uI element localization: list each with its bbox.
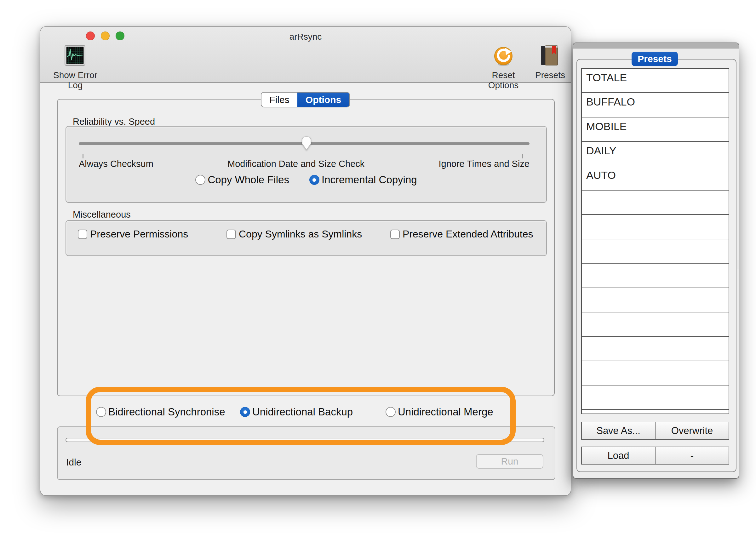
radio-circle[interactable] [386,407,396,417]
preset-row[interactable] [582,410,729,414]
title-bar: arRsync Show Error Log [40,27,571,83]
checkbox-label: Copy Symlinks as Symlinks [239,228,362,240]
preset-row[interactable] [582,288,729,312]
checkbox-preserve-xattrs[interactable]: Preserve Extended Attributes [390,228,533,240]
preset-label [582,410,729,413]
window-edge-scroll-tick [737,260,739,269]
preset-row[interactable] [582,312,729,337]
radio-copy-whole-files[interactable]: Copy Whole Files [195,174,289,186]
preset-row[interactable] [582,191,729,215]
radio-circle[interactable] [195,175,205,185]
radio-label: Copy Whole Files [208,174,289,186]
window-title: arRsync [40,32,571,42]
radio-unidirectional-backup[interactable]: Unidirectional Backup [240,406,353,418]
reset-options-label: Reset Options [477,70,530,90]
presets-button-row-2: Load - [581,447,729,465]
presets-window-titlebar [573,43,739,49]
preset-row[interactable] [582,337,729,361]
preset-row[interactable]: BUFFALO [582,93,729,117]
slider-labels: Always Checksum Modification Date and Si… [79,159,530,169]
preset-row[interactable]: DAILY [582,142,729,166]
presets-button-row-1: Save As... Overwrite [581,422,729,440]
preset-label [582,239,729,242]
tab-options[interactable]: Options [297,93,349,107]
radio-circle[interactable] [309,175,319,185]
preset-row[interactable] [582,361,729,385]
main-window: arRsync Show Error Log [40,26,571,496]
preset-row[interactable]: TOTALE [582,69,729,93]
preset-label [582,191,729,193]
save-as-button[interactable]: Save As... [582,422,655,439]
reset-options-button[interactable] [493,46,513,66]
radio-unidirectional-merge[interactable]: Unidirectional Merge [386,406,493,418]
preset-label [582,215,729,218]
preset-label [582,337,729,340]
presets-list: TOTALEBUFFALOMOBILEDAILYAUTO [581,68,729,414]
show-error-log-label: Show Error Log [46,70,105,90]
radio-incremental-copying[interactable]: Incremental Copying [309,174,417,186]
preset-label [582,385,729,388]
checkbox-box[interactable] [78,230,87,239]
radio-circle[interactable] [96,407,106,417]
preset-row[interactable]: MOBILE [582,117,729,142]
preset-row[interactable] [582,239,729,264]
presets-book-icon [541,45,558,66]
reliability-group-label: Reliability vs. Speed [73,117,155,127]
checkbox-box[interactable] [226,230,236,239]
status-text: Idle [66,457,81,468]
preset-label: DAILY [582,142,729,157]
error-log-icon [65,45,85,66]
checkbox-label: Preserve Extended Attributes [403,228,533,240]
reset-options-icon [493,46,513,66]
misc-group: Preserve Permissions Copy Symlinks as Sy… [66,220,547,256]
preset-label [582,361,729,364]
presets-toolbar-label: Presets [535,70,564,80]
show-error-log-button[interactable] [65,45,85,66]
checkbox-box[interactable] [390,230,400,239]
radio-label: Incremental Copying [322,174,417,186]
preset-row[interactable]: AUTO [582,166,729,191]
preset-label: AUTO [582,166,729,181]
presets-window: Presets TOTALEBUFFALOMOBILEDAILYAUTO Sav… [573,43,739,479]
radio-label: Unidirectional Backup [252,406,353,418]
slider-label-checksum: Always Checksum [79,159,153,169]
radio-circle[interactable] [240,407,250,417]
slider-tick-max [522,154,523,158]
misc-group-label: Miscellaneous [73,209,131,220]
status-group: Idle Run [57,426,555,480]
progress-bar [66,438,544,442]
slider-tick-min [83,154,83,158]
reliability-group: Always Checksum Modification Date and Si… [66,126,547,203]
preset-label: MOBILE [582,117,729,133]
presets-window-tab: Presets [632,52,678,66]
preset-label [582,264,729,266]
presets-toolbar-button[interactable] [541,45,558,66]
checkbox-preserve-permissions[interactable]: Preserve Permissions [78,228,188,240]
radio-label: Unidirectional Merge [398,406,493,418]
radio-bidirectional-synchronise[interactable]: Bidirectional Synchronise [96,406,225,418]
preset-row[interactable] [582,264,729,288]
reliability-slider-thumb[interactable] [301,136,312,151]
radio-label: Bidirectional Synchronise [108,406,225,418]
preset-label [582,312,729,315]
run-button[interactable]: Run [476,454,543,469]
tab-files[interactable]: Files [261,93,297,107]
reliability-slider-track[interactable] [79,142,530,145]
tab-group: Files Options [261,92,350,107]
remove-preset-button[interactable]: - [655,447,729,464]
slider-label-ignore: Ignore Times and Size [438,159,530,169]
preset-row[interactable] [582,385,729,410]
checkbox-label: Preserve Permissions [90,228,188,240]
preset-label: BUFFALO [582,93,729,108]
overwrite-button[interactable]: Overwrite [655,422,729,439]
preset-label [582,288,729,291]
slider-label-moddate: Modification Date and Size Check [227,159,364,169]
copy-mode-radios: Copy Whole Files Incremental Copying [66,174,546,186]
preset-label: TOTALE [582,69,729,84]
checkbox-copy-symlinks[interactable]: Copy Symlinks as Symlinks [226,228,362,240]
preset-row[interactable] [582,215,729,239]
load-button[interactable]: Load [582,447,655,464]
screenshot-stage: arRsync Show Error Log [0,0,756,548]
